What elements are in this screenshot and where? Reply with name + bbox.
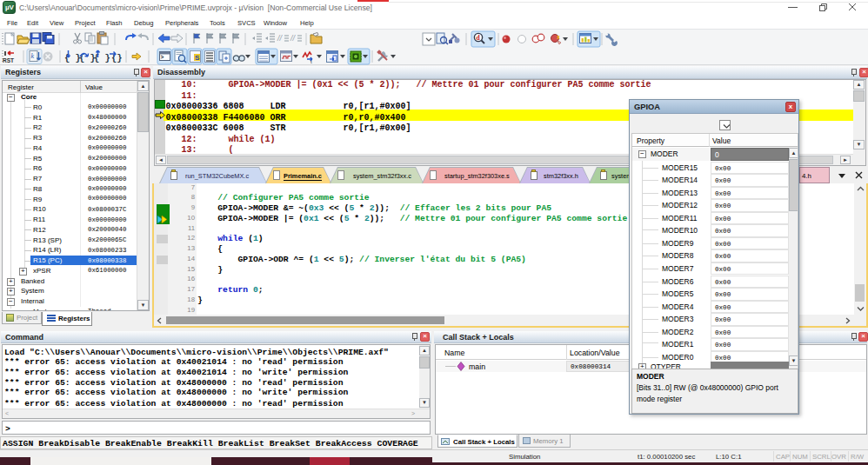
svg-text:x: x — [557, 34, 560, 40]
svg-text:S: S — [195, 54, 200, 62]
svg-text:k: k — [31, 52, 35, 60]
svg-text:RST: RST — [3, 57, 14, 63]
svg-text:>: > — [161, 55, 164, 61]
svg-text:{}: {} — [111, 53, 123, 63]
svg-text://: // — [277, 34, 284, 43]
svg-text://: // — [290, 34, 297, 43]
svg-text:{ }: { } — [94, 53, 110, 63]
svg-text:d: d — [476, 34, 480, 42]
